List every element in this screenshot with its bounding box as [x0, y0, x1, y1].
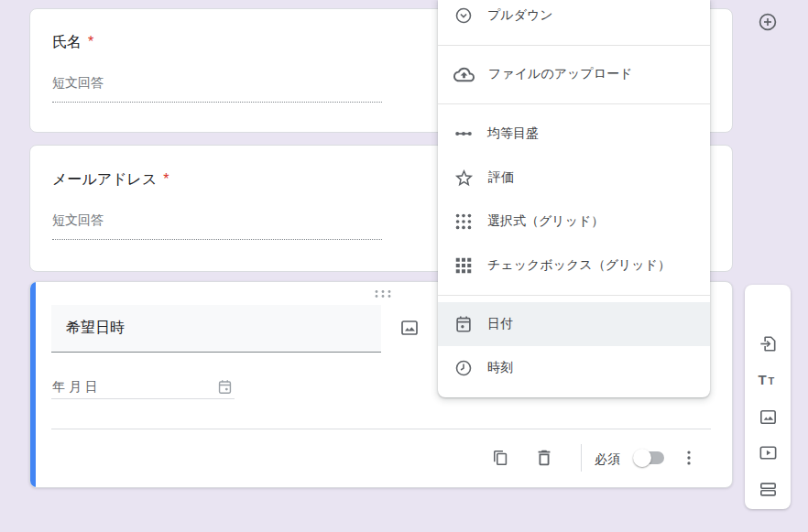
add-section-icon [758, 479, 779, 500]
date-picker-button[interactable] [215, 377, 234, 396]
menu-item-linear-scale[interactable]: 均等目盛 [438, 112, 710, 156]
svg-text:T: T [769, 375, 775, 386]
svg-text:T: T [759, 372, 767, 387]
short-answer-placeholder: 短文回答 [52, 75, 104, 92]
required-label: 必須 [595, 451, 620, 468]
add-image-icon [758, 407, 779, 428]
import-questions-icon [758, 333, 779, 354]
copy-icon [490, 448, 510, 468]
card-footer-divider [51, 429, 711, 429]
add-title-text-button[interactable]: T T [757, 369, 779, 391]
menu-item-label: ファイルのアップロード [488, 66, 632, 82]
menu-item-date[interactable]: 日付 [438, 302, 710, 346]
required-asterisk: * [163, 171, 169, 187]
required-toggle[interactable] [633, 449, 664, 467]
menu-item-dropdown[interactable]: プルダウン [438, 0, 710, 38]
linear-scale-icon [453, 124, 474, 144]
add-video-icon [758, 442, 779, 463]
menu-item-rating[interactable]: 評価 [438, 156, 710, 200]
menu-item-label: 日付 [487, 316, 513, 332]
question-title: 氏名* [52, 33, 93, 52]
menu-item-file-upload[interactable]: ファイルのアップロード [438, 52, 710, 96]
required-asterisk: * [88, 34, 93, 49]
menu-item-checkbox-grid[interactable]: チェックボックス（グリッド） [438, 244, 710, 288]
short-answer-placeholder: 短文回答 [52, 212, 104, 229]
menu-item-label: 時刻 [487, 360, 513, 376]
add-section-button[interactable] [757, 478, 779, 500]
date-field-underline [51, 398, 235, 399]
menu-item-time[interactable]: 時刻 [438, 346, 710, 390]
import-questions-button[interactable] [757, 332, 779, 354]
menu-item-multiple-choice-grid[interactable]: 選択式（グリッド） [438, 200, 710, 244]
menu-divider [438, 45, 710, 46]
menu-item-label: プルダウン [487, 7, 553, 24]
side-toolbar: T T [745, 285, 791, 509]
duplicate-question-button[interactable] [489, 447, 511, 469]
menu-divider [438, 103, 710, 104]
question-title-input[interactable]: 希望日時 [51, 305, 381, 353]
more-options-button[interactable] [678, 447, 700, 469]
question-title: メールアドレス* [52, 170, 169, 190]
menu-item-label: チェックボックス（グリッド） [487, 257, 671, 274]
clock-icon [453, 358, 474, 378]
menu-item-label: 均等目盛 [487, 125, 539, 142]
calendar-icon [453, 314, 474, 334]
selected-accent-bar [30, 282, 36, 487]
toggle-knob [633, 449, 651, 467]
trash-icon [534, 448, 554, 468]
date-placeholder: 年 月 日 [52, 379, 98, 396]
answer-underline [52, 102, 382, 103]
question-type-menu: プルダウン ファイルのアップロード 均等目盛 評価 [438, 0, 710, 397]
question-title-text: 希望日時 [66, 319, 125, 338]
delete-question-button[interactable] [533, 447, 555, 469]
checkbox-grid-icon [453, 255, 474, 276]
more-vert-icon [679, 448, 699, 468]
question-title-text: メールアドレス [52, 171, 157, 187]
menu-divider [438, 295, 710, 296]
menu-item-label: 選択式（グリッド） [487, 213, 604, 230]
star-icon [453, 168, 475, 189]
add-video-button[interactable] [757, 441, 779, 463]
drag-handle[interactable] [374, 289, 392, 299]
menu-item-label: 評価 [488, 169, 514, 186]
forms-editor-canvas: 氏名* 短文回答 メールアドレス* 短文回答 希望日時 年 月 日 [0, 0, 808, 532]
add-question-button[interactable] [757, 11, 779, 33]
image-icon [399, 317, 420, 339]
add-question-icon [757, 11, 779, 33]
add-title-text-icon: T T [757, 369, 779, 391]
date-calendar-icon [216, 378, 234, 396]
footer-vertical-divider [581, 444, 582, 472]
add-image-to-question-button[interactable] [398, 316, 421, 340]
question-title-text: 氏名 [52, 34, 82, 49]
cloud-upload-icon [453, 64, 475, 85]
dropdown-circle-icon [453, 5, 474, 26]
add-image-button[interactable] [757, 406, 779, 428]
multiple-choice-grid-icon [453, 212, 474, 232]
answer-underline [52, 239, 382, 240]
